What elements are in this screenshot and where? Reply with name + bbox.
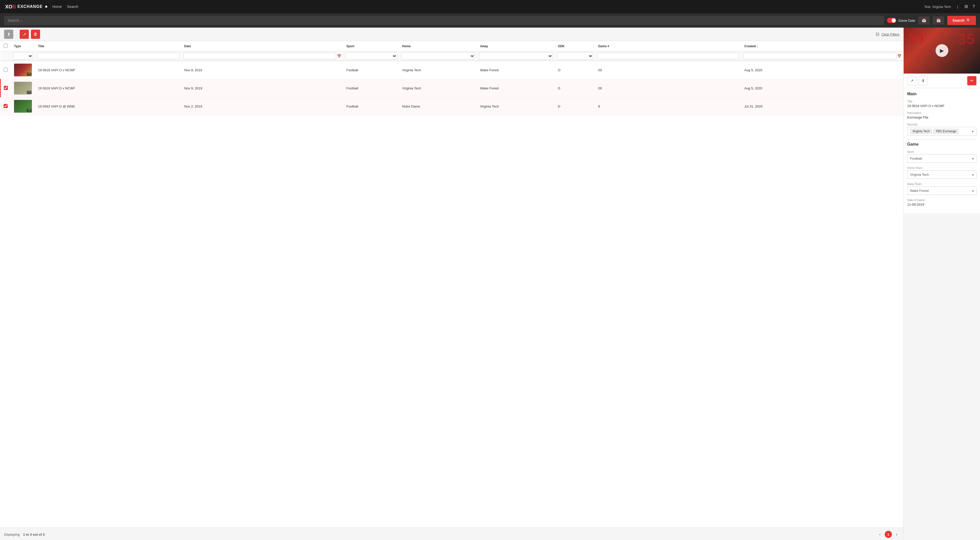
sort-icon: ↓ bbox=[757, 45, 758, 48]
row-checkbox-cell bbox=[0, 97, 11, 115]
odk-col-label: ODK bbox=[558, 45, 565, 48]
game-num-col-label: Game # bbox=[598, 45, 609, 48]
video-preview-bg: VT 35 ▶ bbox=[904, 27, 980, 73]
logo-xos: XOS bbox=[5, 4, 16, 10]
share-button[interactable]: ↗ bbox=[20, 30, 29, 39]
page-controls: ‹ 1 › bbox=[877, 531, 899, 538]
next-page-button[interactable]: › bbox=[894, 531, 899, 538]
search-input[interactable] bbox=[4, 16, 884, 25]
sport-select[interactable]: Football bbox=[907, 154, 977, 163]
created-col-label: Created bbox=[744, 45, 756, 48]
nav-right: Test, Virginia Tech | ⚙ ? bbox=[924, 4, 975, 10]
filter-date-cell: 📅 bbox=[181, 51, 344, 61]
home-team-field: Home Team Virginia Tech bbox=[907, 166, 977, 179]
gear-icon[interactable]: ⚙ bbox=[964, 4, 968, 10]
clear-filters-button[interactable]: Clear Filters bbox=[881, 32, 899, 36]
home-team-select-wrapper: Virginia Tech bbox=[907, 170, 977, 179]
date-picker-end[interactable]: 📅 bbox=[933, 16, 944, 24]
type-col-label: Type bbox=[14, 45, 21, 48]
nav-search-link[interactable]: Search bbox=[67, 5, 78, 9]
row-created: Aug 5, 2020 bbox=[741, 61, 904, 79]
row-odk: D bbox=[555, 97, 595, 115]
row-checkbox-2[interactable] bbox=[4, 86, 8, 90]
panel-action-left: ↗ ⬇ bbox=[907, 76, 928, 85]
game-date-label: Game Date bbox=[898, 19, 915, 22]
row-title: 19 0583 VAPI D @ INND bbox=[35, 97, 181, 115]
row-date: Nov 9, 2019 bbox=[181, 79, 344, 97]
row-away: Wake Forest bbox=[477, 79, 555, 97]
row-game-num: 09 bbox=[595, 79, 741, 97]
play-button[interactable]: ▶ bbox=[935, 44, 948, 57]
date-filter-calendar-icon[interactable]: 📅 bbox=[337, 54, 341, 58]
select-all-checkbox[interactable] bbox=[3, 44, 8, 48]
search-button[interactable]: Search 🔍 bbox=[947, 16, 976, 25]
current-page-number[interactable]: 1 bbox=[885, 531, 892, 538]
row-home: Virginia Tech bbox=[399, 61, 477, 79]
delete-button[interactable]: 🗑 bbox=[31, 30, 40, 39]
date-filter-input[interactable] bbox=[183, 53, 336, 59]
created-filter-calendar-icon[interactable]: 📅 bbox=[897, 54, 901, 58]
search-button-icon: 🔍 bbox=[966, 18, 971, 22]
row-thumbnail-cell: 🎬 bbox=[11, 61, 35, 79]
table-row[interactable]: 🎬 19 0583 VAPI D @ INND Nov 2, 2019 Foot… bbox=[0, 97, 904, 115]
created-filter-input[interactable] bbox=[743, 53, 896, 59]
game-date-toggle-switch[interactable] bbox=[887, 18, 896, 23]
away-filter-select[interactable] bbox=[479, 53, 553, 59]
calendar-icon: 📅 bbox=[922, 18, 926, 22]
description-field-value: Exchange File bbox=[907, 115, 977, 119]
panel-edit-button[interactable]: ✏ bbox=[967, 76, 977, 85]
toolbar: ⬆ ↗ 🗑 ⊟ Clear Filters bbox=[0, 27, 904, 41]
date-of-game-field: Date of Game 11-09-2019 bbox=[907, 199, 977, 206]
panel-details: Main Title 19 0618 VAPI O v NCWF Descrip… bbox=[904, 88, 980, 213]
logo: XOS EXCHANGE bbox=[5, 4, 47, 10]
odk-filter-wrapper bbox=[557, 53, 593, 59]
sport-filter-wrapper bbox=[345, 53, 397, 59]
home-team-label: Home Team bbox=[907, 166, 977, 169]
sport-filter-select[interactable] bbox=[345, 53, 397, 59]
pencil-icon: ✏ bbox=[970, 78, 974, 83]
panel-download-button[interactable]: ⬇ bbox=[918, 76, 928, 85]
odk-filter-select[interactable] bbox=[557, 53, 593, 59]
upload-button[interactable]: ⬆ bbox=[4, 30, 13, 39]
date-picker-start[interactable]: 📅 bbox=[918, 16, 930, 24]
th-sport: Sport bbox=[343, 41, 399, 51]
home-team-select[interactable]: Virginia Tech bbox=[907, 170, 977, 179]
sport-select-wrapper: Football bbox=[907, 154, 977, 163]
nav-home-link[interactable]: Home bbox=[52, 5, 62, 9]
page-info: Displaying: 1 to 3 out of 3 bbox=[4, 533, 45, 537]
nav-user: Test, Virginia Tech bbox=[924, 5, 951, 9]
filter-created-cell: 📅 bbox=[741, 51, 904, 61]
right-panel: VT 35 ▶ ↗ ⬇ ✏ Main bbox=[904, 27, 980, 540]
table-header-row: Type Title Date bbox=[0, 41, 904, 51]
row-checkbox-3[interactable] bbox=[3, 104, 8, 108]
type-filter-select[interactable] bbox=[13, 53, 33, 59]
filter-title-cell bbox=[35, 51, 181, 61]
row-checkbox-1[interactable] bbox=[3, 68, 8, 72]
title-filter-input[interactable] bbox=[37, 53, 179, 59]
th-select-all bbox=[0, 41, 11, 51]
panel-actions: ↗ ⬇ ✏ bbox=[904, 73, 980, 88]
row-sport: Football bbox=[343, 97, 399, 115]
th-game-num: Game # bbox=[595, 41, 741, 51]
prev-page-button[interactable]: ‹ bbox=[877, 531, 883, 538]
row-created: Aug 5, 2020 bbox=[741, 79, 904, 97]
video-preview: VT 35 ▶ bbox=[904, 27, 980, 73]
search-bar: Game Date 📅 📅 Search 🔍 bbox=[0, 13, 980, 27]
th-home: Home bbox=[399, 41, 477, 51]
away-team-select[interactable]: Wake Forest bbox=[907, 186, 977, 195]
away-team-field: Away Team Wake Forest bbox=[907, 182, 977, 195]
security-tags-container[interactable]: Virginia Tech FBS Exchange ▾ bbox=[907, 127, 977, 135]
game-num-filter-input[interactable] bbox=[597, 53, 740, 59]
row-odk: D bbox=[555, 79, 595, 97]
display-label: Displaying: bbox=[4, 533, 21, 537]
security-field: Security Virginia Tech FBS Exchange ▾ bbox=[907, 123, 977, 135]
game-date-toggle: Game Date bbox=[887, 18, 915, 23]
table-row[interactable]: 🎬 19 0618 VAPI D v NCWF Nov 9, 2019 Foot… bbox=[0, 79, 904, 97]
pagination-bar: Displaying: 1 to 3 out of 3 ‹ 1 › bbox=[0, 527, 904, 540]
table-row[interactable]: 🎬 19 0618 VAPI O v NCWF Nov 9, 2019 Foot… bbox=[0, 61, 904, 79]
help-icon[interactable]: ? bbox=[972, 4, 975, 10]
panel-share-button[interactable]: ↗ bbox=[907, 76, 916, 85]
home-filter-select[interactable] bbox=[401, 53, 475, 59]
title-col-label: Title bbox=[38, 45, 44, 48]
away-team-select-wrapper: Wake Forest bbox=[907, 186, 977, 195]
